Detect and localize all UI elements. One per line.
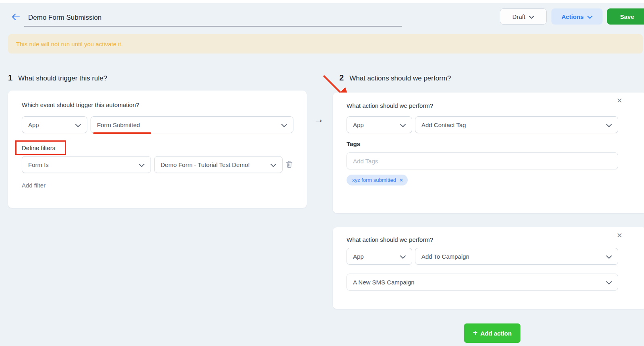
red-underline-annotation xyxy=(93,132,151,134)
chevron-down-icon xyxy=(281,122,287,128)
trigger-event-select[interactable]: Form Submitted xyxy=(91,116,293,133)
action-question-label: What action should we perform? xyxy=(347,236,433,243)
action-question-label: What action should we perform? xyxy=(347,102,433,109)
action-card: ✕ What action should we perform? App Add… xyxy=(333,227,644,309)
define-filters-annotation-box: Define filters xyxy=(15,140,66,155)
save-label: Save xyxy=(620,13,634,20)
selected-value: Demo Form - Tutorial Test Demo! xyxy=(161,161,250,168)
step-number: 2 xyxy=(339,73,344,82)
step-number: 1 xyxy=(8,73,12,82)
trash-icon xyxy=(286,163,293,169)
trigger-app-select[interactable]: App xyxy=(22,116,87,133)
automation-rule-editor: Draft Actions Save This rule will not ru… xyxy=(0,0,644,346)
action-type-select[interactable]: Add Contact Tag xyxy=(415,116,618,133)
add-action-label: Add action xyxy=(481,330,512,337)
tag-chip: xyz form submitted ✕ xyxy=(347,175,408,185)
selected-value: Add Contact Tag xyxy=(421,122,466,128)
chevron-down-icon xyxy=(400,122,406,128)
action-app-select[interactable]: App xyxy=(347,248,412,265)
actions-section-heading: 2 What actions should we perform? xyxy=(339,73,451,82)
save-button[interactable]: Save xyxy=(607,8,644,25)
chevron-down-icon xyxy=(587,13,592,20)
chevron-down-icon xyxy=(606,279,612,286)
filter-field-select[interactable]: Form Is xyxy=(22,156,151,173)
actions-label: Actions xyxy=(561,13,584,20)
selected-value: Form Submitted xyxy=(97,122,140,128)
event-question-label: Which event should trigger this automati… xyxy=(22,101,139,108)
section-title: What actions should we perform? xyxy=(349,74,451,82)
chevron-down-icon xyxy=(529,13,534,20)
actions-dropdown-button[interactable]: Actions xyxy=(551,8,603,25)
chevron-down-icon xyxy=(606,122,612,128)
tags-label: Tags xyxy=(347,140,360,147)
chevron-down-icon xyxy=(400,253,406,260)
top-white-strip xyxy=(0,0,644,3)
chevron-down-icon xyxy=(139,161,144,168)
plus-icon: + xyxy=(473,329,478,337)
campaign-select[interactable]: A New SMS Campaign xyxy=(347,274,618,290)
activation-warning-banner: This rule will not run until you activat… xyxy=(8,34,643,54)
filter-value-select[interactable]: Demo Form - Tutorial Test Demo! xyxy=(154,156,283,173)
status-label: Draft xyxy=(512,13,526,20)
selected-value: App xyxy=(353,122,364,128)
action-app-select[interactable]: App xyxy=(347,116,412,133)
chevron-down-icon xyxy=(75,122,81,128)
remove-action-button[interactable]: ✕ xyxy=(617,97,622,104)
add-action-button[interactable]: + Add action xyxy=(464,323,520,343)
chevron-down-icon xyxy=(606,253,612,260)
chevron-down-icon xyxy=(270,161,276,168)
selected-value: App xyxy=(353,253,364,260)
rule-title-input[interactable] xyxy=(24,11,402,27)
arrow-left-icon xyxy=(12,16,21,22)
trigger-card: Which event should trigger this automati… xyxy=(8,91,307,208)
define-filters-label: Define filters xyxy=(22,144,55,151)
flow-arrow-icon: → xyxy=(314,113,324,126)
add-filter-link[interactable]: Add filter xyxy=(22,182,45,189)
trigger-section-heading: 1 What should trigger this rule? xyxy=(8,73,107,82)
close-icon: ✕ xyxy=(617,97,622,105)
back-button[interactable] xyxy=(11,13,21,21)
section-title: What should trigger this rule? xyxy=(18,74,107,82)
selected-value: A New SMS Campaign xyxy=(353,279,415,286)
close-icon: ✕ xyxy=(617,232,622,239)
selected-value: Add To Campaign xyxy=(421,253,469,260)
delete-filter-button[interactable] xyxy=(286,161,293,169)
action-type-select[interactable]: Add To Campaign xyxy=(415,248,618,265)
warning-message: This rule will not run until you activat… xyxy=(16,41,123,47)
add-tags-input[interactable] xyxy=(347,152,618,169)
selected-value: App xyxy=(28,122,39,128)
remove-action-button[interactable]: ✕ xyxy=(617,232,622,239)
tag-chip-label: xyz form submitted xyxy=(352,177,396,183)
action-card: ✕ What action should we perform? App Add… xyxy=(333,93,644,213)
status-dropdown-button[interactable]: Draft xyxy=(500,8,547,25)
remove-tag-icon[interactable]: ✕ xyxy=(399,177,403,183)
selected-value: Form Is xyxy=(28,161,49,168)
